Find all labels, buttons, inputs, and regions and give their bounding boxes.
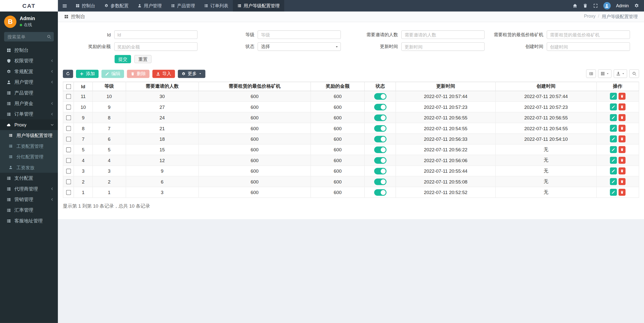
edit-row-button[interactable]: [610, 178, 617, 185]
home-icon[interactable]: [573, 3, 578, 8]
sidebar-subitem[interactable]: 工资发放: [0, 162, 58, 173]
status-toggle[interactable]: [374, 104, 386, 110]
filter-input-level[interactable]: [258, 30, 341, 39]
status-toggle[interactable]: [374, 168, 386, 174]
topbar-tab[interactable]: 参数配置: [100, 0, 133, 12]
status-toggle[interactable]: [374, 189, 386, 196]
gear-icon[interactable]: [634, 3, 639, 8]
row-checkbox[interactable]: [66, 147, 71, 152]
status-select[interactable]: 选择: [258, 42, 341, 51]
row-checkbox[interactable]: [66, 94, 71, 99]
delete-row-button[interactable]: [619, 103, 626, 110]
delete-row-button[interactable]: [619, 178, 626, 185]
filter-input-min-rent[interactable]: [547, 30, 630, 39]
status-toggle[interactable]: [374, 157, 386, 163]
edit-row-button[interactable]: [610, 167, 617, 174]
export-button[interactable]: [614, 69, 627, 78]
avatar[interactable]: [603, 2, 611, 9]
topbar-username[interactable]: Admin: [616, 3, 629, 8]
import-button[interactable]: 导入: [152, 70, 175, 78]
filter-input-reward[interactable]: [114, 42, 197, 51]
sidebar-item[interactable]: 用户资金: [0, 98, 58, 109]
sidebar-item[interactable]: Proxy: [0, 119, 58, 130]
delete-row-button[interactable]: [619, 167, 626, 174]
sidebar-item[interactable]: 客服地址管理: [0, 215, 58, 226]
sidebar-item[interactable]: 订单管理: [0, 109, 58, 119]
delete-row-button[interactable]: [619, 93, 626, 100]
topbar-tab[interactable]: 产品管理: [166, 0, 199, 12]
sidebar-item[interactable]: 营销管理: [0, 194, 58, 205]
trash-icon[interactable]: [583, 3, 588, 8]
status-toggle[interactable]: [374, 93, 386, 100]
select-all-checkbox[interactable]: [66, 84, 71, 89]
sidebar-search-input[interactable]: [4, 32, 44, 41]
row-checkbox[interactable]: [66, 126, 71, 131]
delete-row-button[interactable]: [619, 135, 626, 143]
delete-row-button[interactable]: [619, 114, 626, 121]
column-header[interactable]: 状态: [365, 82, 396, 91]
edit-row-button[interactable]: [610, 93, 617, 100]
sidebar-subitem[interactable]: 用户等级配置管理: [0, 130, 58, 141]
delete-button[interactable]: 删除: [127, 70, 149, 78]
status-toggle[interactable]: [374, 125, 386, 131]
status-toggle[interactable]: [374, 178, 386, 185]
add-button[interactable]: 添加: [76, 70, 99, 78]
sidebar-search-button[interactable]: [44, 32, 54, 41]
status-toggle[interactable]: [374, 146, 386, 153]
row-checkbox[interactable]: [66, 179, 71, 184]
filter-input-created[interactable]: [547, 42, 630, 51]
edit-row-button[interactable]: [610, 125, 617, 132]
edit-row-button[interactable]: [610, 114, 617, 121]
search-toggle-button[interactable]: [629, 69, 639, 78]
column-header[interactable]: 等级: [93, 82, 126, 91]
column-header[interactable]: 需要邀请的人数: [126, 82, 198, 91]
column-header[interactable]: 更新时间: [396, 82, 495, 91]
expand-icon[interactable]: [593, 3, 598, 8]
row-checkbox[interactable]: [66, 105, 71, 110]
sidebar-subitem[interactable]: 分红配置管理: [0, 151, 58, 162]
row-checkbox[interactable]: [66, 158, 71, 163]
sidebar-item[interactable]: 产品管理: [0, 87, 58, 98]
edit-row-button[interactable]: [610, 189, 617, 196]
more-button[interactable]: 更多: [178, 70, 205, 78]
edit-row-button[interactable]: [610, 146, 617, 153]
sidebar-item[interactable]: 控制台: [0, 45, 58, 55]
sidebar-item[interactable]: 常规配置: [0, 66, 58, 77]
topbar-tab[interactable]: 用户等级配置管理: [233, 0, 284, 12]
delete-row-button[interactable]: [619, 125, 626, 132]
edit-button[interactable]: 编辑: [101, 70, 124, 78]
topbar-tab[interactable]: 控制台: [71, 0, 100, 12]
topbar-tab[interactable]: 用户管理: [133, 0, 166, 12]
column-header[interactable]: 操作: [596, 82, 639, 91]
submit-button[interactable]: 提交: [115, 55, 131, 63]
columns-button[interactable]: [598, 69, 612, 78]
column-header[interactable]: 需要租赁的最低价格矿机: [198, 82, 311, 91]
sidebar-toggle-button[interactable]: [58, 0, 71, 12]
column-header[interactable]: 创建时间: [496, 82, 596, 91]
view-toggle-button[interactable]: [586, 69, 596, 78]
filter-input-updated[interactable]: [401, 42, 485, 51]
refresh-button[interactable]: [63, 70, 73, 78]
filter-input-invites[interactable]: [401, 30, 485, 39]
reset-button[interactable]: 重置: [134, 55, 152, 63]
edit-row-button[interactable]: [610, 157, 617, 164]
sidebar-item[interactable]: 汇率管理: [0, 205, 58, 215]
column-header[interactable]: Id: [74, 82, 93, 91]
sidebar-item[interactable]: 用户管理: [0, 77, 58, 87]
sidebar-item[interactable]: 权限管理: [0, 55, 58, 66]
column-header[interactable]: 奖励的金额: [311, 82, 365, 91]
sidebar-item[interactable]: 支付配置: [0, 173, 58, 183]
topbar-tab[interactable]: 订单列表: [199, 0, 233, 12]
delete-row-button[interactable]: [619, 146, 626, 153]
status-toggle[interactable]: [374, 114, 386, 121]
filter-input-id[interactable]: [114, 30, 197, 39]
sidebar-item[interactable]: 代理商管理: [0, 183, 58, 194]
row-checkbox[interactable]: [66, 137, 71, 142]
status-toggle[interactable]: [374, 136, 386, 142]
row-checkbox[interactable]: [66, 115, 71, 120]
row-checkbox[interactable]: [66, 190, 71, 195]
edit-row-button[interactable]: [610, 103, 617, 110]
edit-row-button[interactable]: [610, 135, 617, 143]
delete-row-button[interactable]: [619, 189, 626, 196]
row-checkbox[interactable]: [66, 169, 71, 174]
